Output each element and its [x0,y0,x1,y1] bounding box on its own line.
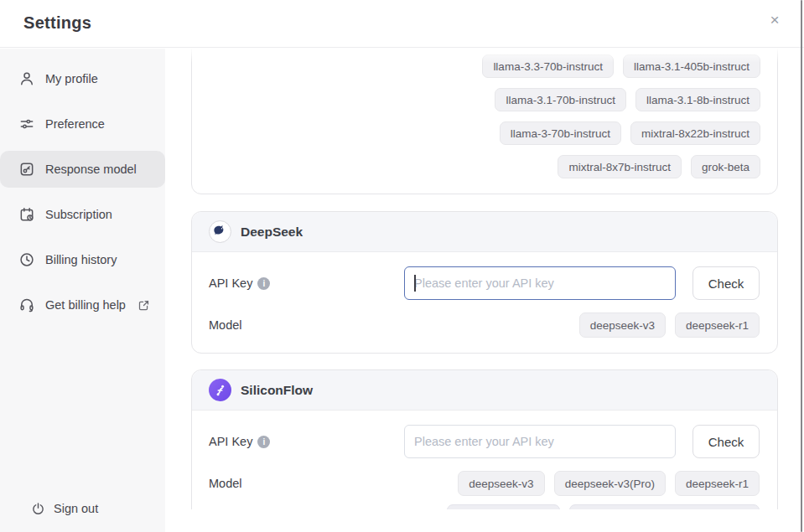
sidebar-item-label: Get billing help [45,298,126,312]
model-label: Model [209,318,242,332]
model-chip: mixtral-8x22b-instruct [630,121,760,145]
provider-card-deepseek: DeepSeek API Key i Check Model deepseek-… [191,211,778,354]
siliconflow-logo-icon [209,379,231,401]
power-icon [31,502,45,516]
text-caret [414,275,416,292]
api-key-input[interactable] [404,266,676,300]
api-key-row: API Key i Check [192,425,777,458]
api-key-label-text: API Key [209,435,252,448]
api-key-row: API Key i Check [192,266,777,300]
sidebar-item-response-model[interactable]: Response model [0,151,165,188]
info-icon[interactable]: i [257,277,270,290]
sidebar-item-preference[interactable]: Preference [0,106,165,142]
provider-name: SiliconFlow [241,383,313,398]
user-icon [18,70,35,87]
calendar-clock-icon [18,206,35,223]
check-button[interactable]: Check [692,425,760,458]
settings-modal: Settings × My profile Preference Re [0,0,804,532]
model-chip: grok-beta [691,155,760,178]
provider-card-header: DeepSeek [192,212,777,252]
sidebar-item-label: Billing history [45,253,117,266]
sidebar-item-billing-history[interactable]: Billing history [0,241,165,278]
api-key-label: API Key i [209,435,270,448]
api-key-label-text: API Key [209,276,252,290]
model-chip: deepseek-v3(Pro) [554,471,666,496]
model-chip: llama-3.1-70b-instruct [495,88,626,111]
model-chip-clipped [447,504,560,509]
check-button[interactable]: Check [692,266,760,300]
model-row: Model deepseek-v3 deepseek-v3(Pro) deeps… [192,471,777,496]
window-scrollbar[interactable] [801,0,803,532]
model-row-clipped [192,504,777,509]
close-icon[interactable]: × [765,11,784,29]
model-chip: llama-3.3-70b-instruct [482,54,614,78]
model-chip: llama-3.1-8b-instruct [635,88,760,111]
sidebar-item-get-billing-help[interactable]: Get billing help [0,287,165,323]
model-row: Model deepseek-v3 deepseek-r1 [192,312,777,338]
model-chip: deepseek-r1 [675,471,760,496]
sidebar-item-label: My profile [45,72,98,85]
sidebar-item-label: Preference [45,117,105,131]
model-chip: mixtral-8x7b-instruct [558,155,682,178]
model-chip: llama-3.1-405b-instruct [623,54,760,78]
chip-row: llama-3.1-70b-instruct llama-3.1-8b-inst… [209,88,760,111]
settings-sidebar: My profile Preference Response model Sub… [0,49,165,532]
sidebar-item-subscription[interactable]: Subscription [0,196,165,233]
sign-out-label: Sign out [54,502,98,515]
model-chip: llama-3-70b-instruct [500,121,621,145]
provider-card-siliconflow: SiliconFlow API Key i Check Model deepse… [191,369,778,509]
api-key-label: API Key i [209,276,270,290]
api-key-input[interactable] [404,425,676,458]
sidebar-item-label: Response model [45,163,137,176]
sidebar-item-my-profile[interactable]: My profile [0,60,165,97]
chip-row: mixtral-8x7b-instruct grok-beta [209,155,760,178]
sign-out-button[interactable]: Sign out [0,492,165,525]
sliders-icon [18,116,35,132]
model-chip-clipped [569,504,760,509]
provider-name: DeepSeek [241,225,303,240]
models-card: llama-3.3-70b-instruct llama-3.1-405b-in… [191,48,778,194]
key-square-icon [18,161,35,178]
deepseek-logo-icon [209,220,231,243]
model-chip: deepseek-r1 [675,312,760,338]
info-icon[interactable]: i [257,436,270,448]
provider-card-header: SiliconFlow [192,370,777,411]
model-chip: deepseek-v3 [458,471,544,496]
page-title: Settings [23,13,91,33]
chip-row: llama-3-70b-instruct mixtral-8x22b-instr… [209,121,760,145]
sidebar-item-label: Subscription [45,208,112,221]
chip-row: llama-3.3-70b-instruct llama-3.1-405b-in… [209,54,760,78]
modal-header: Settings × [0,0,804,48]
settings-content-scroll-area[interactable]: llama-3.3-70b-instruct llama-3.1-405b-in… [165,48,798,509]
headset-icon [18,297,35,313]
model-chip: deepseek-v3 [579,312,666,338]
clock-icon [18,251,35,268]
external-link-icon [137,299,150,312]
model-label: Model [209,477,242,490]
